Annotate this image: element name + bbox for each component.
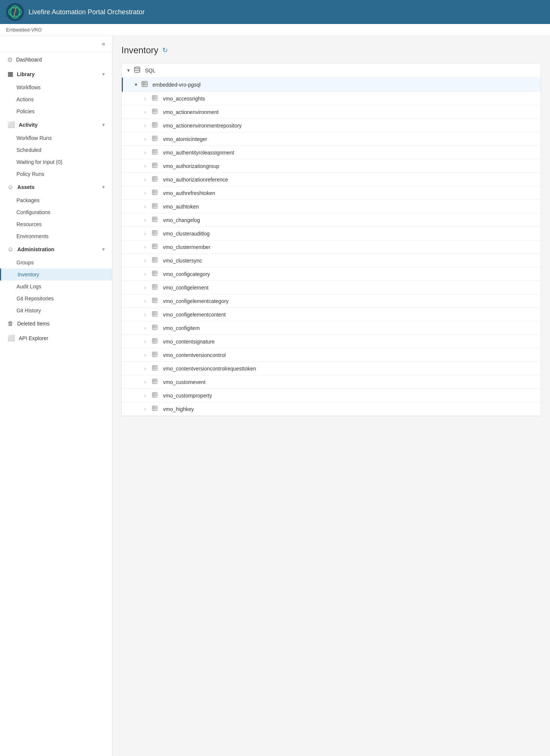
chevron-down-icon: ▾ [102, 122, 105, 128]
sidebar-item-waiting-for-input[interactable]: Waiting for Input (0) [0, 156, 112, 168]
tree-item-sql[interactable]: ▼ SQL [122, 63, 541, 78]
tree-item-vmo_clustersync[interactable]: › vmo_clustersync [122, 254, 541, 267]
tree-item-vmo_clustermember[interactable]: › vmo_clustermember [122, 240, 541, 254]
table-icon [152, 284, 161, 291]
tree-item-vmo_configcategory[interactable]: › vmo_configcategory [122, 267, 541, 281]
sidebar-item-actions[interactable]: Actions [0, 93, 112, 105]
tree-item-vmo_highkey[interactable]: › vmo_highkey [122, 402, 541, 416]
tree-arrow: › [144, 123, 152, 128]
tree-item-vmo_authorizationreference[interactable]: › vmo_authorizationreference [122, 173, 541, 186]
sidebar-item-scheduled[interactable]: Scheduled [0, 144, 112, 156]
tree-item-vmo_clusterauditlog[interactable]: › vmo_clusterauditlog [122, 227, 541, 240]
tree-label: vmo_highkey [163, 406, 194, 412]
collapse-sidebar-button[interactable]: « [100, 39, 108, 49]
tree-arrow: › [144, 326, 152, 331]
table-icon [152, 95, 161, 102]
svg-rect-19 [152, 123, 157, 127]
tree-rows: › vmo_accessrights › vmo_actionenvironme… [122, 92, 541, 416]
inventory-tree: ▼ SQL ▼ [121, 63, 541, 416]
table-icon [152, 189, 161, 196]
tree-label: vmo_clusterauditlog [163, 231, 210, 237]
svg-rect-104 [152, 352, 157, 357]
tree-item-vmo_atomicinteger[interactable]: › vmo_atomicinteger [122, 132, 541, 146]
sidebar-item-api-explorer[interactable]: ⬜ API Explorer [0, 331, 112, 345]
svg-point-3 [135, 67, 140, 69]
svg-rect-4 [142, 81, 147, 87]
svg-rect-64 [152, 244, 157, 249]
tree-item-vmo_authorizationgroup[interactable]: › vmo_authorizationgroup [122, 159, 541, 173]
tree-item-embedded-vro-pgsql[interactable]: ▼ embedded-vro-pgsql [122, 78, 541, 92]
tree-label: vmo_configelementcontent [163, 312, 226, 318]
sidebar-item-audit-logs[interactable]: Audit Logs [0, 280, 112, 292]
sidebar-item-git-repositories[interactable]: Git Repositories [0, 292, 112, 304]
sidebar-item-configurations[interactable]: Configurations [0, 206, 112, 218]
sidebar-item-library[interactable]: ▦ Library ▾ [0, 67, 112, 81]
tree-arrow: › [144, 298, 152, 304]
table-icon [152, 365, 161, 372]
tree-arrow: › [144, 150, 152, 155]
tree-item-vmo_authtoken[interactable]: › vmo_authtoken [122, 200, 541, 213]
sidebar-item-groups[interactable]: Groups [0, 256, 112, 268]
tree-item-vmo_accessrights[interactable]: › vmo_accessrights [122, 92, 541, 105]
table-icon [152, 351, 161, 358]
tree-item-vmo_contentversioncontrolrequesttoken[interactable]: › vmo_contentversioncontrolrequesttoken [122, 362, 541, 375]
sidebar-item-git-history[interactable]: Git History [0, 304, 112, 316]
tree-item-vmo_authentityroleassignment[interactable]: › vmo_authentityroleassignment [122, 146, 541, 159]
tree-label: embedded-vro-pgsql [152, 82, 200, 88]
tree-label: vmo_configelement [163, 285, 208, 291]
table-icon [152, 405, 161, 412]
tree-arrow: › [144, 312, 152, 317]
tree-item-vmo_contentsignature[interactable]: › vmo_contentsignature [122, 335, 541, 348]
tree-arrow: › [144, 339, 152, 344]
table-icon [152, 257, 161, 264]
sidebar-item-packages[interactable]: Packages [0, 194, 112, 206]
sidebar-item-workflow-runs[interactable]: Workflow Runs [0, 132, 112, 144]
tree-item-vmo_actionenvironment[interactable]: › vmo_actionenvironment [122, 105, 541, 119]
sidebar-item-dashboard[interactable]: ⊙ Dashboard [0, 52, 112, 67]
tree-arrow: › [144, 164, 152, 169]
tree-arrow: › [144, 406, 152, 412]
tree-item-vmo_customevent[interactable]: › vmo_customevent [122, 375, 541, 389]
app-logo [6, 3, 24, 21]
svg-rect-14 [152, 109, 157, 114]
tree-item-vmo_contentversioncontrol[interactable]: › vmo_contentversioncontrol [122, 348, 541, 362]
tree-label: vmo_authorizationreference [163, 177, 228, 183]
sidebar-item-workflows[interactable]: Workflows [0, 81, 112, 93]
assets-icon: ☺ [7, 184, 13, 190]
sidebar-item-administration[interactable]: ☺ Administration ▾ [0, 242, 112, 256]
tree-item-vmo_actionenvironmentrepository[interactable]: › vmo_actionenvironmentrepository [122, 119, 541, 132]
table-icon [152, 162, 161, 170]
sidebar-item-policy-runs[interactable]: Policy Runs [0, 168, 112, 180]
tree-item-vmo_changelog[interactable]: › vmo_changelog [122, 213, 541, 227]
sidebar-item-policies[interactable]: Policies [0, 105, 112, 117]
sidebar-item-activity[interactable]: ⬜ Activity ▾ [0, 117, 112, 132]
sidebar-item-label: Assets [17, 184, 102, 190]
tree-item-vmo_configitem[interactable]: › vmo_configitem [122, 321, 541, 335]
library-icon: ▦ [7, 70, 13, 78]
table-icon [152, 311, 161, 318]
tree-item-vmo_authrefreshtoken[interactable]: › vmo_authrefreshtoken [122, 186, 541, 200]
tree-label: vmo_clustermember [163, 244, 211, 250]
sidebar-item-environments[interactable]: Environments [0, 230, 112, 242]
tree-item-vmo_configelementcategory[interactable]: › vmo_configelementcategory [122, 294, 541, 308]
sidebar-item-assets[interactable]: ☺ Assets ▾ [0, 180, 112, 194]
tree-item-vmo_configelementcontent[interactable]: › vmo_configelementcontent [122, 308, 541, 321]
tree-arrow: › [144, 272, 152, 277]
tree-arrow: › [144, 352, 152, 358]
tree-label: vmo_contentversioncontrol [163, 352, 226, 358]
tree-arrow: › [144, 190, 152, 196]
sidebar-item-deleted-items[interactable]: 🗑 Deleted Items [0, 316, 112, 331]
svg-rect-9 [152, 96, 157, 100]
sidebar-item-label: API Explorer [19, 335, 105, 341]
refresh-button[interactable]: ↻ [162, 46, 168, 54]
sidebar-item-inventory[interactable]: Inventory [0, 268, 112, 280]
sidebar-item-resources[interactable]: Resources [0, 218, 112, 230]
table-icon [152, 108, 161, 116]
breadcrumb: Embedded-VRO [0, 24, 550, 36]
tree-item-vmo_customproperty[interactable]: › vmo_customproperty [122, 389, 541, 402]
svg-rect-39 [152, 177, 157, 181]
sidebar-collapse-area: « [0, 36, 112, 52]
tree-label: vmo_actionenvironment [163, 109, 219, 115]
tree-label: SQL [145, 68, 155, 74]
tree-item-vmo_configelement[interactable]: › vmo_configelement [122, 281, 541, 294]
